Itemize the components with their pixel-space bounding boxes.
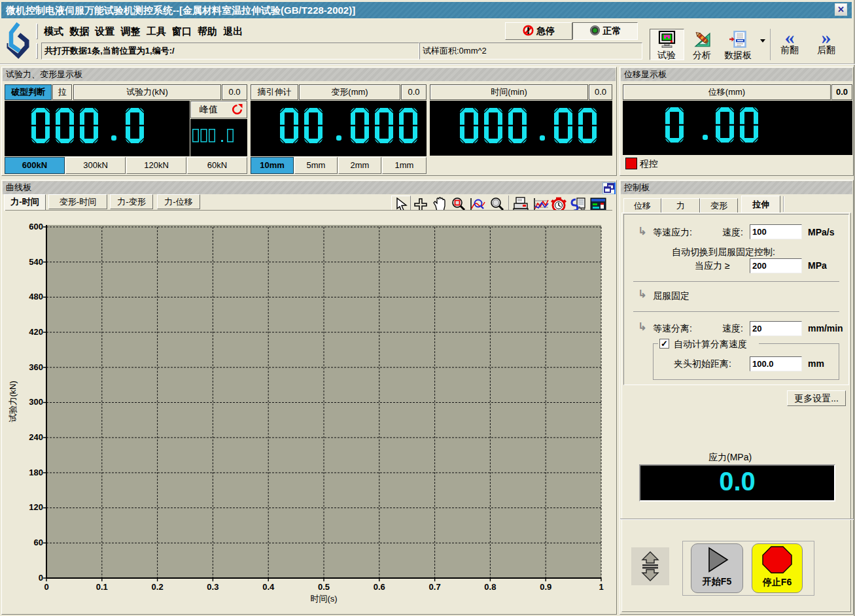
svg-text:600: 600: [29, 222, 43, 231]
svg-text:60: 60: [34, 538, 43, 547]
svg-text:420: 420: [29, 327, 43, 337]
svg-text:0.9: 0.9: [540, 582, 551, 592]
svg-text:120: 120: [29, 502, 43, 512]
svg-text:0: 0: [44, 582, 48, 592]
svg-text:0.5: 0.5: [318, 582, 330, 592]
svg-text:0.8: 0.8: [484, 582, 496, 592]
svg-text:540: 540: [29, 257, 43, 267]
svg-text:0.4: 0.4: [262, 582, 275, 592]
svg-text:0.7: 0.7: [429, 582, 441, 592]
svg-text:试验力(kN): 试验力(kN): [8, 381, 18, 422]
svg-text:0: 0: [39, 573, 43, 583]
svg-text:0.2: 0.2: [152, 582, 164, 592]
svg-text:时间(s): 时间(s): [310, 594, 337, 604]
svg-text:300: 300: [29, 397, 43, 407]
svg-text:180: 180: [29, 468, 43, 477]
svg-text:1: 1: [599, 582, 603, 592]
svg-text:0.6: 0.6: [374, 582, 385, 592]
svg-text:240: 240: [29, 432, 43, 442]
svg-text:360: 360: [29, 362, 43, 372]
svg-text:480: 480: [29, 292, 43, 301]
svg-text:0.1: 0.1: [96, 582, 108, 592]
svg-text:0.3: 0.3: [207, 582, 218, 592]
